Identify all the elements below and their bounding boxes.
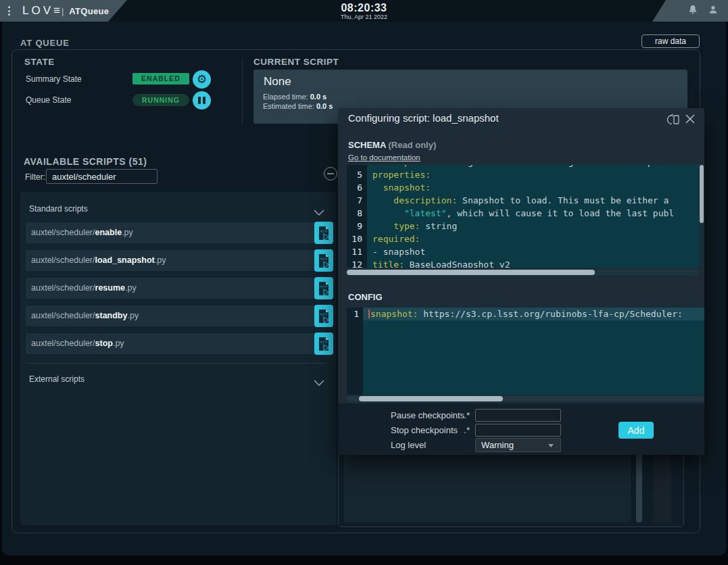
collapse-minus-icon[interactable] — [324, 167, 337, 180]
standard-scripts-label: Standard scripts — [29, 204, 88, 214]
script-file-icon: </> — [318, 310, 329, 323]
summary-state-badge: ENABLED — [132, 73, 189, 84]
pause-checkpoints-label: Pause checkpoints — [391, 410, 464, 420]
script-row[interactable]: auxtel/scheduler/load_snapshot.py </> — [26, 250, 327, 271]
app-title: ATQueue — [69, 6, 109, 16]
schema-title: SCHEMA (Read only) — [348, 140, 436, 150]
scripts-panel: Standard scripts auxtel/scheduler/enable… — [20, 192, 337, 525]
schema-vscrollbar[interactable] — [700, 165, 704, 268]
love-logo: LOV≡ — [22, 4, 60, 18]
pause-checkpoints-input[interactable] — [475, 409, 561, 422]
topbar-left-plate: LOV≡ | ATQueue — [0, 0, 135, 22]
config-script-dialog: Configuring script: load_snapshot SCHEMA… — [338, 108, 704, 455]
pause-checkpoints-suffix: .* — [455, 410, 470, 420]
external-scripts-header[interactable]: External scripts — [20, 370, 337, 389]
config-editor[interactable]: 1 snapshot: https://s3.cp.lsst.org/rubin… — [347, 308, 704, 395]
scripts-divider — [26, 363, 327, 364]
queue-state-badge: RUNNING — [132, 94, 189, 106]
logo-divider: | — [62, 6, 64, 16]
rotate-panel-button[interactable] — [667, 114, 681, 128]
code-line: 5properties: — [347, 168, 699, 181]
code-line: 8 "latest", which will cause it to load … — [347, 207, 699, 220]
launch-script-button[interactable]: </> — [314, 305, 333, 327]
standard-scripts-header[interactable]: Standard scripts — [20, 200, 337, 219]
topbar-right-plate — [650, 0, 728, 22]
queue-state-label: Queue State — [26, 95, 71, 105]
state-title: STATE — [24, 57, 55, 67]
svg-text:</>: </> — [320, 284, 328, 289]
current-script-name: None — [264, 75, 291, 89]
top-bar: LOV≡ | ATQueue 08:20:33 Thu, Apr 21 2022 — [0, 0, 728, 22]
stop-checkpoints-label: Stop checkpoints — [391, 425, 458, 435]
filter-input[interactable] — [46, 169, 157, 184]
summary-state-gear-button[interactable]: ⚙ — [193, 70, 211, 89]
schema-hscrollbar[interactable] — [347, 270, 699, 275]
text-cursor — [368, 310, 370, 318]
rotate-panel-icon — [667, 114, 681, 126]
available-scripts-title: AVAILABLE SCRIPTS (51) — [24, 156, 147, 167]
launch-script-button[interactable]: </> — [314, 333, 333, 355]
chevron-down-icon — [314, 206, 324, 218]
state-divider — [242, 58, 243, 124]
raw-data-button[interactable]: raw data — [641, 34, 700, 48]
config-hscrollbar[interactable] — [347, 396, 704, 401]
dialog-title: Configuring script: load_snapshot — [348, 112, 499, 124]
config-title: CONFIG — [348, 292, 383, 302]
screen: LOV≡ | ATQueue 08:20:33 Thu, Apr 21 2022… — [0, 0, 728, 565]
close-icon — [685, 114, 695, 124]
svg-text:</>: </> — [320, 312, 328, 316]
summary-state-label: Summary State — [26, 74, 82, 84]
dialog-form: Pause checkpoints .* Stop checkpoints .*… — [338, 403, 704, 455]
launch-script-button[interactable]: </> — [314, 277, 333, 299]
notifications-bell-icon[interactable] — [687, 4, 698, 18]
estimated-time: Estimated time: 0.0 s — [263, 102, 333, 110]
config-gutter — [347, 308, 363, 395]
stop-checkpoints-suffix: .* — [455, 425, 470, 435]
code-line: 7 description: Snapshot to load. This mu… — [347, 194, 699, 207]
code-line: 10required: — [347, 232, 699, 245]
documentation-link[interactable]: Go to documentation — [348, 153, 420, 162]
launch-script-button[interactable]: </> — [314, 249, 333, 272]
code-line: 6 snapshot: — [347, 181, 699, 194]
page-title: AT QUEUE — [20, 38, 70, 48]
elapsed-time: Elapsed time: 0.0 s — [263, 93, 326, 101]
pause-icon — [198, 97, 205, 104]
external-scripts-label: External scripts — [29, 374, 84, 384]
current-script-title: CURRENT SCRIPT — [253, 57, 339, 67]
user-icon[interactable] — [708, 4, 719, 18]
script-row[interactable]: auxtel/scheduler/enable.py </> — [26, 222, 327, 243]
code-line: 9 type: string — [347, 220, 699, 232]
script-file-icon: </> — [318, 337, 329, 351]
svg-text:</>: </> — [320, 256, 328, 261]
code-line: 12title: BaseLoadSnapshot v2 — [347, 258, 699, 268]
script-file-icon: </> — [318, 282, 329, 295]
chevron-down-icon — [314, 376, 324, 389]
svg-text:</>: </> — [320, 228, 328, 233]
svg-text:</>: </> — [320, 339, 328, 344]
add-button[interactable]: Add — [618, 422, 654, 439]
launch-script-button[interactable]: </> — [314, 222, 333, 244]
close-button[interactable] — [685, 114, 695, 126]
code-line: 1 snapshot: https://s3.cp.lsst.org/rubin… — [347, 308, 704, 320]
script-row[interactable]: auxtel/scheduler/stop.py </> — [26, 333, 327, 354]
log-level-label: Log level — [391, 440, 426, 450]
stop-checkpoints-input[interactable] — [475, 424, 561, 437]
dropdown-caret-icon — [548, 444, 554, 447]
filter-label: Filter: — [25, 172, 45, 182]
code-line: 11- snapshot — [347, 245, 699, 258]
script-row[interactable]: auxtel/scheduler/standby.py </> — [26, 305, 327, 326]
kebab-menu-icon[interactable] — [8, 6, 10, 16]
schema-readonly-label: (Read only) — [388, 140, 436, 150]
script-file-icon: </> — [318, 254, 329, 268]
queue-pause-button[interactable] — [193, 91, 211, 109]
log-level-select[interactable]: Warning — [475, 438, 561, 452]
gear-icon: ⚙ — [197, 70, 207, 89]
schema-editor[interactable]: 4description: Configuration for loading … — [347, 165, 699, 268]
script-file-icon: </> — [318, 226, 329, 240]
script-row[interactable]: auxtel/scheduler/resume.py </> — [26, 278, 327, 299]
